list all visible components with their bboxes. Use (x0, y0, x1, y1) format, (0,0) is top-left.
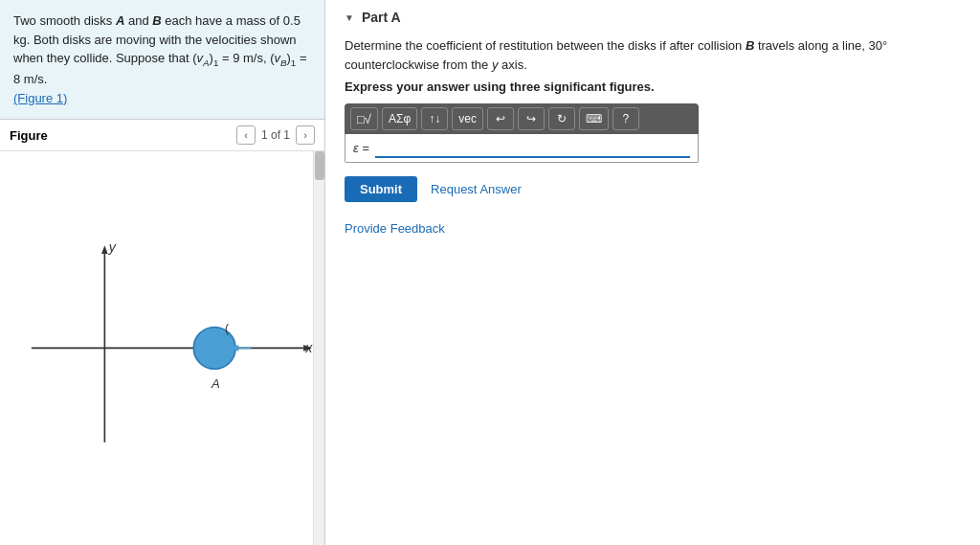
svg-text:A: A (211, 376, 220, 391)
svg-point-6 (193, 328, 235, 370)
figure-prev-button[interactable]: ‹ (236, 125, 256, 145)
express-answer-instruction: Express your answer using three signific… (345, 79, 961, 94)
svg-text:y: y (108, 239, 117, 255)
sqrt-button[interactable]: □√ (350, 107, 378, 130)
figure-link[interactable]: (Figure 1) (13, 91, 67, 105)
undo-button[interactable]: ↩ (487, 107, 514, 130)
svg-text:x: x (304, 340, 313, 355)
figure-title: Figure (10, 128, 48, 143)
figure-nav: ‹ 1 of 1 › (236, 125, 315, 145)
figure-scroll-thumb[interactable] (315, 151, 324, 180)
provide-feedback-link[interactable]: Provide Feedback (345, 221, 961, 236)
request-answer-link[interactable]: Request Answer (431, 182, 522, 196)
part-label: Part A (362, 10, 401, 25)
problem-statement: Determine the coefficient of restitution… (345, 36, 961, 74)
figure-page-info: 1 of 1 (261, 128, 290, 142)
problem-text: Two smooth disks A and B each have a mas… (0, 0, 324, 120)
refresh-button[interactable]: ↻ (548, 107, 575, 130)
keyboard-icon: ⌨ (586, 112, 602, 125)
sqrt-icon: □√ (357, 112, 371, 126)
answer-input[interactable] (375, 138, 690, 158)
submit-button[interactable]: Submit (345, 176, 417, 202)
help-icon: ? (623, 112, 630, 125)
help-button[interactable]: ? (612, 107, 639, 130)
redo-button[interactable]: ↪ (518, 107, 545, 130)
action-row: Submit Request Answer (345, 176, 961, 202)
refresh-icon: ↻ (557, 112, 567, 125)
vec-button[interactable]: vec (452, 107, 483, 130)
answer-input-row: ε = (345, 134, 699, 163)
figure-header: Figure ‹ 1 of 1 › (0, 120, 324, 151)
left-panel: Two smooth disks A and B each have a mas… (0, 0, 325, 545)
figure-scrollbar[interactable] (313, 151, 324, 545)
svg-text:(: ( (225, 322, 229, 335)
svg-marker-3 (101, 245, 108, 254)
sigma-icon: ΑΣφ (389, 112, 411, 125)
part-collapse-icon[interactable]: ▼ (345, 12, 354, 23)
figure-canvas: x y A (vA)1 (v A ) 1 B (0, 151, 324, 545)
math-toolbar: □√ ΑΣφ ↑↓ vec ↩ ↪ ↻ ⌨ ? (345, 103, 699, 134)
undo-icon: ↩ (496, 112, 505, 125)
figure-next-button[interactable]: › (296, 125, 315, 145)
arrows-icon: ↑↓ (429, 112, 440, 125)
right-panel: ▼ Part A Determine the coefficient of re… (325, 0, 980, 545)
epsilon-label: ε = (353, 141, 369, 155)
sigma-button[interactable]: ΑΣφ (382, 107, 417, 130)
figure-diagram: x y A ( (0, 151, 324, 545)
arrows-button[interactable]: ↑↓ (421, 107, 448, 130)
vec-label: vec (458, 112, 477, 125)
part-header: ▼ Part A (345, 10, 961, 25)
keyboard-button[interactable]: ⌨ (579, 107, 609, 130)
redo-icon: ↪ (526, 112, 536, 125)
